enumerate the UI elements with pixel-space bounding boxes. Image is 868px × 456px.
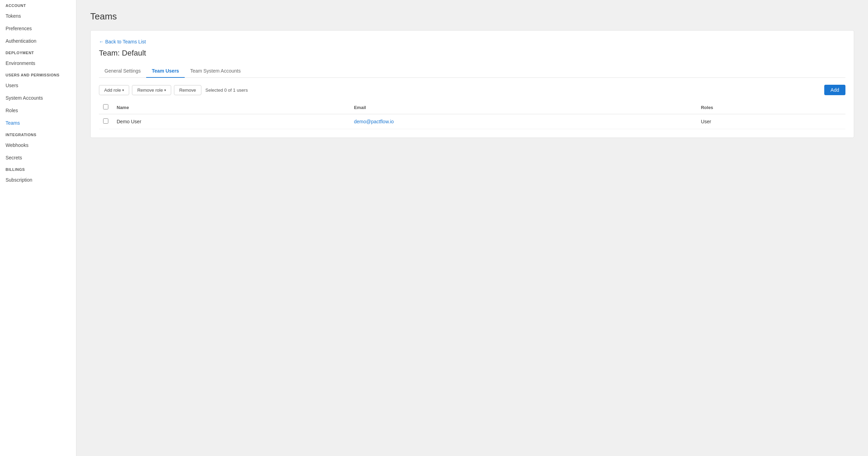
- sidebar-item-tokens[interactable]: Tokens: [0, 10, 76, 22]
- sidebar-item-preferences[interactable]: Preferences: [0, 22, 76, 35]
- back-link[interactable]: ← Back to Teams List: [99, 39, 146, 44]
- users-table: Name Email Roles Demo Userdemo@pactflow.…: [99, 101, 845, 129]
- sidebar-item-subscription[interactable]: Subscription: [0, 174, 76, 186]
- sidebar-section-users-and-permissions: USERS AND PERMISSIONS: [0, 69, 76, 79]
- table-header-email: Email: [350, 101, 696, 114]
- add-role-button[interactable]: Add role ▾: [99, 85, 129, 95]
- tabs-container: General SettingsTeam UsersTeam System Ac…: [99, 65, 845, 78]
- table-row: Demo Userdemo@pactflow.ioUser: [99, 114, 845, 129]
- sidebar-item-system-accounts[interactable]: System Accounts: [0, 92, 76, 104]
- add-role-chevron-icon: ▾: [122, 88, 124, 92]
- row-checkbox-cell: [99, 114, 112, 129]
- sidebar-item-teams[interactable]: Teams: [0, 117, 76, 129]
- table-body: Demo Userdemo@pactflow.ioUser: [99, 114, 845, 129]
- select-all-checkbox[interactable]: [103, 104, 108, 109]
- remove-role-chevron-icon: ▾: [164, 88, 166, 92]
- row-checkbox[interactable]: [103, 118, 108, 124]
- remove-role-label: Remove role: [137, 88, 163, 93]
- tab-team-system-accounts[interactable]: Team System Accounts: [185, 65, 247, 78]
- sidebar: ACCOUNTTokensPreferencesAuthenticationDE…: [0, 0, 76, 456]
- remove-role-button[interactable]: Remove role ▾: [132, 85, 171, 95]
- main-content: Teams ← Back to Teams List Team: Default…: [76, 0, 868, 456]
- tab-team-users[interactable]: Team Users: [146, 65, 184, 78]
- remove-button[interactable]: Remove: [174, 85, 201, 95]
- sidebar-item-roles[interactable]: Roles: [0, 104, 76, 117]
- table-header-checkbox-col: [99, 101, 112, 114]
- add-button[interactable]: Add: [824, 85, 845, 95]
- sidebar-item-environments[interactable]: Environments: [0, 57, 76, 69]
- sidebar-section-integrations: INTEGRATIONS: [0, 129, 76, 139]
- add-role-label: Add role: [104, 88, 121, 93]
- sidebar-item-authentication[interactable]: Authentication: [0, 35, 76, 47]
- row-email-link[interactable]: demo@pactflow.io: [354, 119, 394, 124]
- table-header-roles: Roles: [697, 101, 845, 114]
- row-email: demo@pactflow.io: [350, 114, 696, 129]
- team-card: ← Back to Teams List Team: Default Gener…: [90, 30, 854, 138]
- toolbar: Add role ▾ Remove role ▾ Remove Selected…: [99, 85, 845, 95]
- sidebar-item-users[interactable]: Users: [0, 79, 76, 92]
- sidebar-section-account: ACCOUNT: [0, 0, 76, 10]
- team-title: Team: Default: [99, 49, 845, 58]
- sidebar-item-webhooks[interactable]: Webhooks: [0, 139, 76, 151]
- sidebar-item-secrets[interactable]: Secrets: [0, 151, 76, 164]
- selected-info: Selected 0 of 1 users: [206, 88, 248, 93]
- tab-general-settings[interactable]: General Settings: [99, 65, 146, 78]
- page-title: Teams: [90, 11, 854, 22]
- sidebar-section-billings: BILLINGS: [0, 164, 76, 174]
- sidebar-section-deployment: DEPLOYMENT: [0, 47, 76, 57]
- table-header-name: Name: [112, 101, 350, 114]
- row-name: Demo User: [112, 114, 350, 129]
- row-role: User: [697, 114, 845, 129]
- table-header: Name Email Roles: [99, 101, 845, 114]
